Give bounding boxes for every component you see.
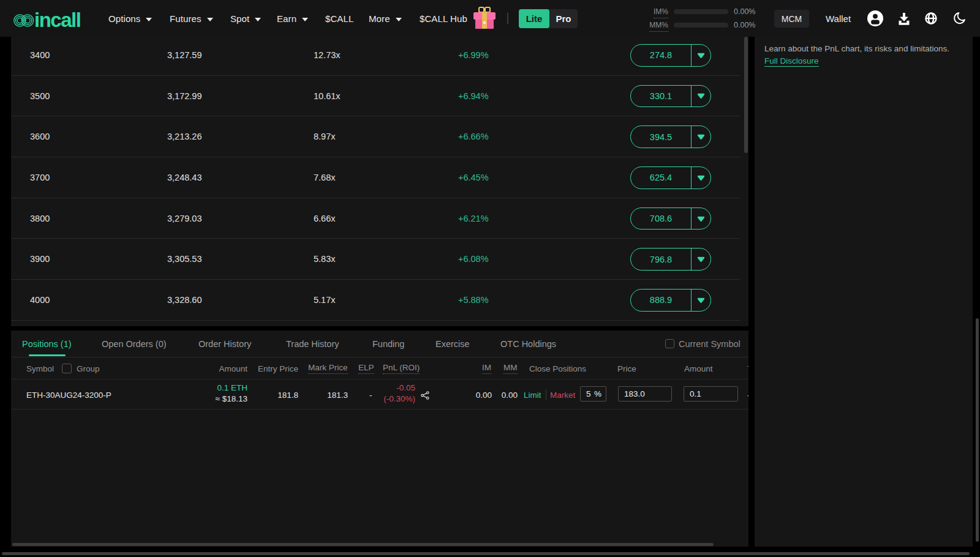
svg-text:incall: incall — [34, 9, 80, 31]
